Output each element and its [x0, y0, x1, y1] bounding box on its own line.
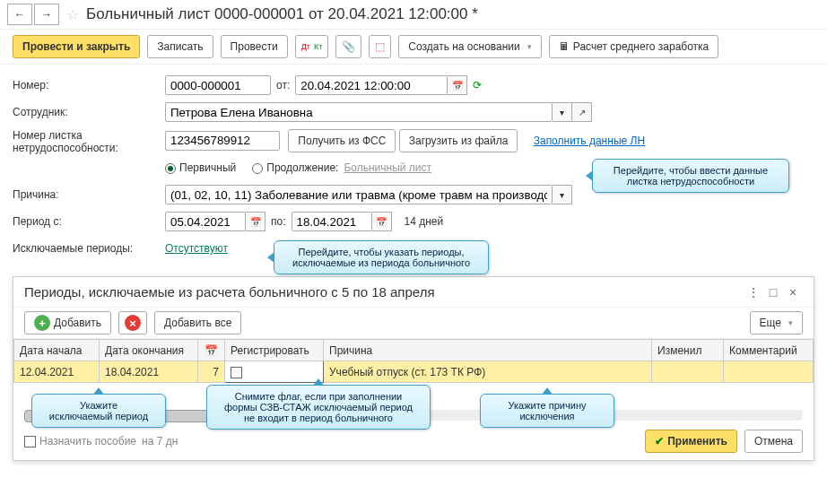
col-changed[interactable]: Изменил [652, 340, 724, 361]
calendar-to-icon[interactable]: 📅 [372, 212, 392, 231]
create-based-on-button[interactable]: Создать на основании [398, 35, 542, 58]
forward-button[interactable]: → [34, 4, 59, 25]
reason-hint-callout: Укажите причинуисключения [480, 394, 614, 428]
x-icon: × [125, 315, 141, 331]
cell-register[interactable] [225, 361, 324, 383]
col-days-icon[interactable]: 📅 [198, 340, 225, 361]
load-from-file-button[interactable]: Загрузить из файла [399, 129, 518, 152]
excluded-periods-table[interactable]: Дата начала Дата окончания 📅 Регистриров… [13, 339, 814, 383]
debit-credit-icon[interactable]: ДтКт [295, 35, 329, 58]
cell-days[interactable]: 7 [198, 361, 225, 383]
favorite-star-icon[interactable]: ☆ [66, 6, 79, 23]
number-label: Номер: [13, 79, 165, 91]
reason-label: Причина: [13, 188, 165, 201]
panel-more-icon[interactable]: ⋮ [744, 285, 763, 300]
period-hint-callout: Укажитеисключаемый период [31, 394, 166, 428]
attach-icon[interactable]: 📎 [335, 35, 361, 58]
ln-number-label: Номер листканетрудоспособности: [13, 129, 165, 154]
page-title: Больничный лист 0000-000001 от 20.04.202… [86, 5, 478, 23]
back-button[interactable]: ← [7, 4, 32, 25]
continuation-radio[interactable]: Продолжение: [252, 161, 338, 174]
get-from-fss-button[interactable]: Получить из ФСС [288, 129, 396, 152]
days-count: 14 дней [405, 215, 444, 228]
panel-maximize-icon[interactable]: □ [763, 285, 783, 300]
cell-start[interactable]: 12.04.2021 [14, 361, 100, 383]
more-menu-button[interactable]: Еще [750, 311, 803, 335]
delete-button[interactable]: × [118, 311, 147, 335]
employee-input[interactable] [165, 102, 553, 122]
number-input[interactable] [165, 75, 271, 95]
primary-radio[interactable]: Первичный [165, 161, 236, 174]
add-button[interactable]: + Добавить [24, 311, 111, 335]
flag-hint-callout: Снимите флаг, если при заполненииформы С… [206, 385, 431, 430]
period-from-label: Период с: [13, 215, 165, 228]
register-checkbox[interactable] [231, 367, 242, 378]
cancel-button[interactable]: Отмена [744, 430, 803, 453]
reason-select[interactable] [165, 185, 553, 204]
cell-end[interactable]: 18.04.2021 [100, 361, 198, 383]
excluded-periods-label: Исключаемые периоды: [13, 242, 165, 255]
apply-button[interactable]: ✔ Применить [645, 430, 737, 453]
refresh-icon[interactable]: ⟳ [473, 79, 482, 91]
period-from-input[interactable] [165, 212, 246, 231]
fill-ln-data-link[interactable]: Заполнить данные ЛН [534, 135, 645, 147]
cell-reason[interactable]: Учебный отпуск (ст. 173 ТК РФ) [324, 361, 652, 383]
cell-comment[interactable] [724, 361, 814, 383]
date-input[interactable] [295, 75, 448, 95]
post-and-close-button[interactable]: Провести и закрыть [13, 35, 140, 58]
post-button[interactable]: Провести [221, 35, 288, 58]
excluded-hint-callout: Перейдите, чтобы указать периоды,исключа… [274, 240, 489, 274]
excluded-periods-link[interactable]: Отсутствуют [165, 242, 228, 255]
col-end[interactable]: Дата окончания [100, 340, 198, 361]
panel-close-icon[interactable]: × [783, 285, 803, 300]
write-button[interactable]: Записать [147, 35, 213, 58]
col-register[interactable]: Регистрировать [225, 340, 324, 361]
col-reason[interactable]: Причина [324, 340, 652, 361]
ln-number-input[interactable] [165, 131, 280, 151]
employee-label: Сотрудник: [13, 106, 165, 118]
continuation-link[interactable]: Больничный лист [344, 161, 431, 174]
calculator-icon: 🖩 [559, 40, 570, 53]
date-from-label: от: [276, 79, 290, 91]
col-comment[interactable]: Комментарий [724, 340, 814, 361]
employee-open-icon[interactable]: ↗ [572, 102, 592, 122]
plus-icon: + [34, 315, 50, 331]
average-earnings-button[interactable]: 🖩 Расчет среднего заработка [549, 35, 719, 58]
period-to-label: по: [271, 215, 286, 228]
panel-title: Периоды, исключаемые из расчета больничн… [24, 284, 744, 300]
check-icon: ✔ [655, 435, 664, 448]
calendar-from-icon[interactable]: 📅 [246, 212, 266, 231]
reason-dropdown-icon[interactable]: ▾ [553, 185, 572, 204]
period-to-input[interactable] [292, 212, 372, 231]
ln-fill-hint-callout: Перейдите, чтобы ввести данныелистка нет… [592, 159, 789, 193]
cell-changed[interactable] [652, 361, 724, 383]
report-icon[interactable]: ⬚ [369, 35, 391, 58]
table-row[interactable]: 12.04.2021 18.04.2021 7 Учебный отпуск (… [14, 361, 814, 383]
calendar-icon[interactable]: 📅 [448, 75, 467, 95]
col-start[interactable]: Дата начала [14, 340, 100, 361]
add-all-button[interactable]: Добавить все [154, 311, 241, 335]
employee-dropdown-icon[interactable]: ▾ [553, 102, 572, 122]
assign-benefit-checkbox[interactable]: Назначить пособие на 7 дн [24, 435, 178, 448]
